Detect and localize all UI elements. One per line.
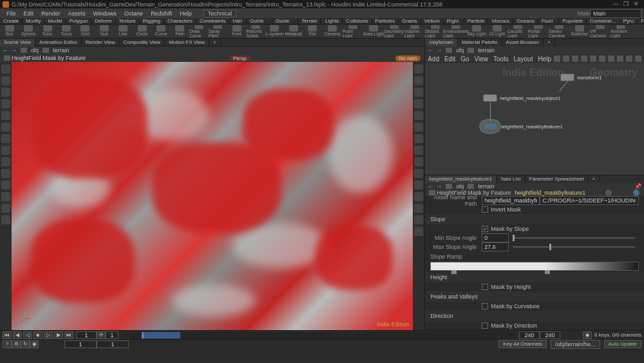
- shelf-tab[interactable]: Particles: [372, 18, 399, 24]
- min-slope-slider[interactable]: [513, 237, 635, 239]
- shelf-tool-caustic[interactable]: Caustic Light: [507, 25, 528, 38]
- range-end-b[interactable]: [540, 331, 560, 339]
- persp-pill[interactable]: Persp: [229, 55, 251, 61]
- desktop-selector[interactable]: Technical: [204, 10, 237, 17]
- display-opt-9[interactable]: [414, 157, 423, 166]
- shelf-tool-vrcamera[interactable]: VR Camera: [590, 25, 611, 38]
- nav-fwd-icon[interactable]: →: [436, 47, 442, 54]
- display-opt-13[interactable]: [414, 204, 423, 213]
- display-opt-3[interactable]: [414, 88, 423, 97]
- shelf-tool-metaball[interactable]: Metaball: [284, 25, 303, 38]
- ramp-point-1[interactable]: [451, 270, 457, 274]
- tab-assetbrowser[interactable]: Asset Browser: [502, 39, 544, 46]
- select-tool[interactable]: [1, 64, 10, 74]
- display-opt-12[interactable]: [414, 192, 423, 201]
- shelf-tool-tube[interactable]: Tube: [38, 25, 57, 38]
- tab-render-view[interactable]: Render View: [82, 39, 120, 46]
- net-icon-9[interactable]: [626, 55, 632, 62]
- display-opt-11[interactable]: [414, 181, 423, 190]
- shelf-tab[interactable]: Populate C...: [559, 18, 587, 24]
- misc-tool-3[interactable]: [1, 192, 10, 201]
- net-icon-4[interactable]: [581, 55, 587, 62]
- main-input[interactable]: [590, 9, 641, 18]
- shelf-tool-sphere[interactable]: Sphere: [19, 25, 37, 38]
- asset-path-field[interactable]: [540, 196, 639, 205]
- shelf-tab[interactable]: Lights an...: [322, 18, 343, 24]
- shelf-tool-geolight[interactable]: Geometry Light: [384, 25, 404, 38]
- net-icon-10[interactable]: [635, 55, 641, 62]
- shelf-tool-arealight[interactable]: Area Light: [363, 25, 384, 38]
- status-frame-a[interactable]: [64, 340, 97, 348]
- path-terrain[interactable]: terrain: [475, 47, 497, 54]
- first-frame-button[interactable]: ⏮: [3, 331, 12, 339]
- tab-add[interactable]: +: [589, 175, 600, 183]
- asset-name-field[interactable]: [482, 196, 540, 205]
- nav-fwd-icon[interactable]: →: [436, 183, 442, 190]
- frame-current[interactable]: [76, 331, 97, 339]
- tab-network[interactable]: /obj/terrain: [425, 39, 458, 46]
- tab-parm-node[interactable]: heightfield_maskbyfeature1: [425, 175, 497, 183]
- shelf-tool-pointlight[interactable]: Point Light: [343, 25, 363, 38]
- nav-back-icon[interactable]: ←: [3, 47, 8, 54]
- view-tool[interactable]: [1, 134, 10, 143]
- shelf-tab[interactable]: Model: [45, 18, 66, 24]
- shelf-tool-platonic[interactable]: Platonic Solids: [246, 25, 265, 38]
- shelf-tab[interactable]: Deform: [91, 18, 115, 24]
- geo-icon[interactable]: [468, 48, 474, 53]
- misc-tool-4[interactable]: [1, 204, 10, 213]
- play-back-button[interactable]: ◀: [13, 331, 22, 339]
- shelf-tab[interactable]: FEM: [638, 18, 644, 24]
- shelf-tool-path[interactable]: Path: [171, 25, 189, 38]
- handle-tool[interactable]: [1, 111, 10, 120]
- tab-takelist[interactable]: Take List: [497, 175, 526, 183]
- shelf-tab[interactable]: Oceans: [513, 18, 538, 24]
- shelf-tab[interactable]: Rigid Bod...: [444, 18, 464, 24]
- nav-fwd-icon[interactable]: →: [11, 47, 17, 54]
- stop-button[interactable]: ■: [33, 331, 43, 339]
- menu-file[interactable]: File: [3, 10, 20, 17]
- status-icon-3[interactable]: ↻: [21, 340, 30, 348]
- shelf-tool-file[interactable]: File: [303, 25, 322, 38]
- shelf-tool-drawcurve[interactable]: Draw Curve: [189, 25, 208, 38]
- prev-frame-button[interactable]: ◁: [23, 331, 32, 339]
- display-opt-14[interactable]: [414, 215, 423, 224]
- nav-back-icon[interactable]: ←: [428, 183, 433, 190]
- display-opt-10[interactable]: [414, 169, 423, 178]
- shelf-tab[interactable]: Grains: [399, 18, 421, 24]
- display-opt-1[interactable]: [414, 64, 423, 74]
- shelf-tool-distlight[interactable]: Distant Light: [425, 25, 446, 38]
- tab-add[interactable]: +: [544, 39, 555, 46]
- display-opt-5[interactable]: [414, 111, 423, 120]
- display-opt-6[interactable]: [414, 123, 423, 132]
- shelf-tool-line[interactable]: Line: [113, 25, 132, 38]
- shelf-tool-circle[interactable]: Circle: [133, 25, 151, 38]
- key-all-button[interactable]: Key All Channels: [498, 340, 546, 348]
- mask-curv-checkbox[interactable]: [482, 303, 488, 309]
- tab-matpalette[interactable]: Material Palette: [458, 39, 502, 46]
- shelf-tool-font[interactable]: Font: [227, 25, 246, 38]
- menu-edit[interactable]: Edit: [20, 10, 38, 17]
- shelf-tool-envlight[interactable]: Environment Light: [446, 25, 466, 38]
- tab-composite[interactable]: Composite View: [119, 39, 165, 46]
- shelf-tool-gilight[interactable]: GI Light: [487, 25, 507, 38]
- max-slope-field[interactable]: [482, 242, 509, 251]
- inspect-tool[interactable]: [1, 157, 10, 166]
- range-start[interactable]: [106, 331, 118, 339]
- mask-dir-checkbox[interactable]: [482, 322, 488, 329]
- shelf-tool-camera[interactable]: Camera: [322, 25, 343, 38]
- display-opt-7[interactable]: [414, 134, 423, 143]
- net-menu-go[interactable]: Go: [460, 55, 469, 63]
- timeline-slider[interactable]: [121, 332, 516, 338]
- display-opt-8[interactable]: [414, 146, 423, 155]
- net-icon-5[interactable]: [590, 55, 596, 62]
- net-icon-6[interactable]: [599, 55, 605, 62]
- shelf-tab[interactable]: Texture: [116, 18, 140, 24]
- menu-windows[interactable]: Windows: [90, 10, 121, 17]
- shelf-tool-vollight[interactable]: Volume Light: [404, 25, 425, 38]
- net-icon-7[interactable]: [608, 55, 614, 62]
- menu-render[interactable]: Render: [37, 10, 64, 17]
- tab-parmspread[interactable]: Parameter Spreadsheet: [526, 175, 589, 183]
- shelf-tab[interactable]: Viscous Fl...: [488, 18, 513, 24]
- net-menu-add[interactable]: Add: [428, 55, 439, 63]
- shelf-tab[interactable]: Container...: [587, 18, 620, 24]
